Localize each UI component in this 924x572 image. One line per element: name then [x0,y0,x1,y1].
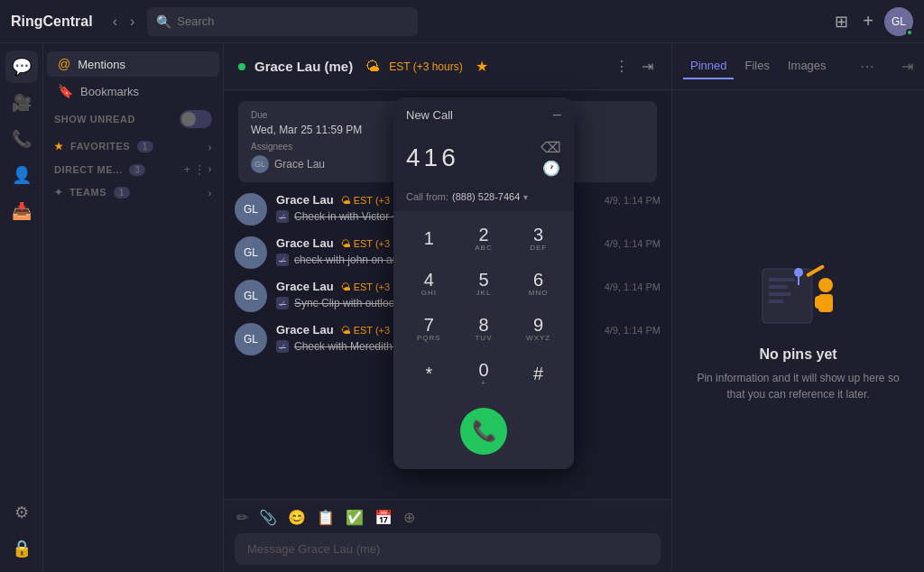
svg-point-10 [794,268,803,277]
svg-rect-2 [768,285,788,289]
expand-right-button[interactable]: ⇥ [638,54,657,78]
user-status-dot [238,63,245,70]
iconbar-admin[interactable]: 🔒 [5,532,38,565]
format-button[interactable]: ✏ [235,507,250,528]
dialpad-key-3[interactable]: 3DEF [513,218,563,258]
star-favorite-icon[interactable]: ★ [476,58,488,75]
right-panel-more-button[interactable]: ⋯ [860,58,874,75]
dialpad-key-#[interactable]: # [513,354,563,393]
dm-chevron-icon: › [208,163,212,176]
add-button[interactable]: + [859,7,877,35]
more-options-button[interactable]: ⋮ [611,54,633,78]
more-toolbar-button[interactable]: ⊕ [402,507,417,528]
key-number: 3 [533,226,543,244]
calendar-button[interactable]: 📅 [373,507,394,528]
sidebar-mentions[interactable]: @ Mentions [47,51,219,77]
svg-rect-4 [768,300,784,303]
dialpad-key-5[interactable]: 5JKL [459,263,509,303]
dialpad-key-8[interactable]: 8TUV [459,309,509,348]
logo-area: RingCentral [11,14,93,30]
add-dm-button[interactable]: + [184,163,190,176]
key-number: # [533,364,543,383]
key-number: 6 [533,271,543,289]
topbar-right: ⊞ + GL [831,7,913,36]
msg-time: 4/9, 1:14 PM [605,325,661,336]
search-input[interactable] [177,14,409,28]
dialpad-overlay: New Call – 416 ⌫ 🕐 Call from: (888) 528-… [393,97,574,469]
nav-forward-button[interactable]: › [125,10,140,33]
avatar[interactable]: GL [884,7,913,36]
key-number: 5 [478,271,488,289]
search-icon: 🔍 [156,14,171,29]
key-sub: + [481,380,486,387]
nav-back-button[interactable]: ‹ [107,10,123,33]
msg-sender: Grace Lau [276,193,334,207]
task-checkbox[interactable]: ✓ [276,297,289,309]
dialpad-call: 📞 [393,401,574,469]
no-pins-panel: No pins yet Pin information and it will … [672,90,924,572]
show-unread-toggle[interactable] [180,110,212,128]
teams-section-header: ✦ TEAMS 1 › [43,180,223,202]
task-checkbox[interactable]: ✓ [276,254,289,266]
dialpad-key-6[interactable]: 6MNO [513,263,563,303]
tab-files[interactable]: Files [737,53,776,79]
dialpad-key-0[interactable]: 0+ [459,354,509,393]
sidebar-mentions-label: Mentions [78,58,125,71]
tab-images[interactable]: Images [781,53,834,79]
grid-icon-button[interactable]: ⊞ [831,8,852,35]
show-unread-label: SHOW UNREAD [54,114,135,125]
show-unread-toggle-row: SHOW UNREAD [43,105,223,134]
dialpad-key-9[interactable]: 9WXYZ [513,309,563,348]
emoji-button[interactable]: 😊 [286,507,308,528]
chat-input-box[interactable]: Message Grace Lau (me) [235,533,661,565]
call-button[interactable]: 📞 [460,408,507,455]
dialpad-key-*[interactable]: * [404,354,454,393]
dialpad-key-4[interactable]: 4GHI [404,263,454,303]
dialpad-key-7[interactable]: 7PQRS [404,309,454,348]
timezone-icon: 🌤 [365,59,380,75]
iconbar-video[interactable]: 🎥 [5,87,38,119]
dm-more-button[interactable]: ⋮ [194,163,205,176]
tab-pinned[interactable]: Pinned [683,53,734,79]
dialpad-key-1[interactable]: 1 [404,218,454,258]
attach-button[interactable]: 📎 [257,507,279,528]
key-number: 0 [478,361,488,379]
iconbar-messages[interactable]: 💬 [5,51,38,83]
iconbar-inbox[interactable]: 📥 [5,195,38,227]
task-checkbox[interactable]: ✓ [276,340,289,353]
favorites-icon: ★ [54,141,64,152]
no-pins-illustration [753,260,844,332]
iconbar-settings[interactable]: ⚙ [5,496,38,529]
dialpad-close-button[interactable]: – [553,106,561,123]
topbar: RingCentral ‹ › 🔍 ⊞ + GL [0,0,924,43]
dropdown-arrow-icon: ▾ [523,192,528,202]
sidebar-bookmarks-label: Bookmarks [80,85,139,98]
backspace-button[interactable]: ⌫ [541,139,561,156]
key-number: 8 [478,316,488,334]
key-sub: DEF [530,244,547,252]
iconbar-phone[interactable]: 📞 [5,123,38,155]
msg-sender: Grace Lau [276,323,334,337]
assignee-avatar: GL [251,155,269,173]
chat-header-icons: ⋮ ⇥ [611,54,657,78]
task-button[interactable]: ✅ [344,507,365,528]
chat-input-toolbar: ✏ 📎 😊 📋 ✅ 📅 ⊕ [235,507,661,528]
dialpad-key-2[interactable]: 2ABC [459,218,509,258]
svg-rect-1 [768,278,795,281]
iconbar-contacts[interactable]: 👤 [5,159,38,191]
task-checkbox[interactable]: ✓ [276,210,289,223]
svg-point-5 [818,278,833,292]
history-button[interactable]: 🕐 [541,160,561,177]
key-number: 7 [424,316,434,334]
sidebar-bookmarks[interactable]: 🔖 Bookmarks [47,78,219,104]
search-box: 🔍 [147,7,418,36]
dm-controls: + ⋮ › [184,163,212,176]
dm-count: 3 [129,164,145,176]
dialpad-display: 416 ⌫ 🕐 [393,132,574,188]
mention-button[interactable]: 📋 [315,507,337,528]
nav-arrows: ‹ › [107,10,141,33]
right-panel-expand-button[interactable]: ⇥ [901,58,913,75]
msg-time: 4/9, 1:14 PM [605,281,661,292]
dialpad-keys: 12ABC3DEF4GHI5JKL6MNO7PQRS8TUV9WXYZ*0+# [393,211,574,401]
dialpad-number-display: 416 [406,143,459,172]
